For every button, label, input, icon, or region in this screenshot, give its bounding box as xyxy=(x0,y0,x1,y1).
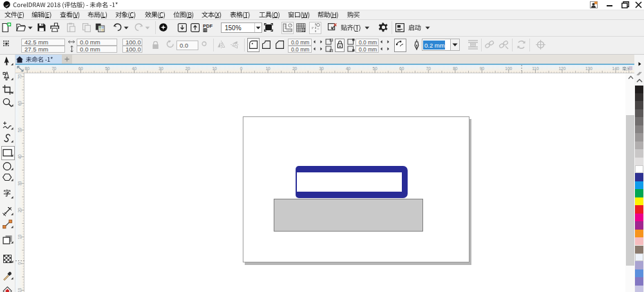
svg-text:120: 120 xyxy=(558,66,565,71)
svg-text:100: 100 xyxy=(505,66,512,71)
svg-text:60: 60 xyxy=(17,100,22,105)
svg-text:20: 20 xyxy=(292,66,298,71)
svg-text:50: 50 xyxy=(17,127,22,132)
svg-text:140: 140 xyxy=(612,66,620,71)
svg-text:40: 40 xyxy=(132,66,137,71)
svg-text:0: 0 xyxy=(240,66,243,71)
svg-text:70: 70 xyxy=(426,66,431,71)
svg-text:10: 10 xyxy=(17,234,22,239)
svg-text:40: 40 xyxy=(346,66,351,71)
svg-text:20: 20 xyxy=(185,66,191,71)
svg-text:80: 80 xyxy=(25,66,30,71)
svg-text:70: 70 xyxy=(52,66,57,71)
svg-text:PDF: PDF xyxy=(203,23,213,29)
svg-text:10: 10 xyxy=(212,66,217,71)
svg-text:30: 30 xyxy=(17,181,22,186)
svg-text:30: 30 xyxy=(158,66,164,71)
svg-text:20: 20 xyxy=(17,207,22,212)
svg-text:90: 90 xyxy=(480,66,485,71)
svg-text:40: 40 xyxy=(17,154,22,159)
svg-text:60: 60 xyxy=(399,66,404,71)
svg-text:60: 60 xyxy=(79,66,84,71)
svg-text:50: 50 xyxy=(373,66,378,71)
svg-text:130: 130 xyxy=(585,66,592,71)
svg-text:110: 110 xyxy=(532,66,539,71)
svg-text:70: 70 xyxy=(17,74,22,79)
svg-text:50: 50 xyxy=(105,66,110,71)
svg-text:10: 10 xyxy=(17,287,22,292)
svg-text:30: 30 xyxy=(319,66,324,71)
svg-text:0: 0 xyxy=(17,262,22,264)
svg-text:10: 10 xyxy=(265,66,270,71)
svg-text:80: 80 xyxy=(453,66,458,71)
